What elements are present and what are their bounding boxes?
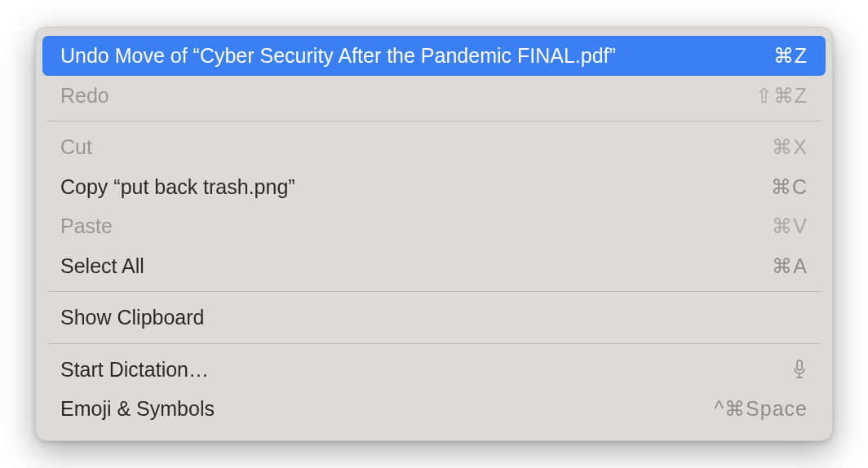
menu-item-shortcut: ⇧⌘Z (755, 82, 808, 109)
menu-item-shortcut: ⌘Z (773, 42, 808, 69)
svg-rect-0 (797, 360, 802, 370)
menu-separator (47, 343, 821, 344)
menu-item-shortcut: ⌘A (772, 253, 808, 280)
menu-item-start-dictation[interactable]: Start Dictation… (42, 350, 826, 390)
menu-item-shortcut: ⌘C (771, 174, 808, 201)
menu-item-cut[interactable]: Cut ⌘X (42, 127, 826, 167)
menu-item-shortcut: ⌘X (772, 134, 808, 161)
menu-item-emoji-symbols[interactable]: Emoji & Symbols ^⌘Space (42, 389, 826, 429)
edit-menu: Undo Move of “Cyber Security After the P… (35, 27, 833, 441)
menu-separator (47, 291, 821, 292)
menu-item-shortcut: ^⌘Space (714, 395, 808, 422)
menu-item-select-all[interactable]: Select All ⌘A (42, 246, 826, 286)
menu-item-paste[interactable]: Paste ⌘V (42, 206, 826, 246)
menu-item-label: Redo (60, 82, 109, 109)
menu-item-shortcut: ⌘V (772, 213, 808, 240)
menu-item-undo[interactable]: Undo Move of “Cyber Security After the P… (42, 36, 826, 76)
menu-item-label: Emoji & Symbols (60, 395, 215, 422)
menu-item-show-clipboard[interactable]: Show Clipboard (42, 298, 826, 338)
menu-item-label: Undo Move of “Cyber Security After the P… (60, 42, 616, 69)
menu-separator (47, 121, 821, 121)
menu-item-label: Paste (60, 213, 113, 240)
menu-item-label: Select All (60, 253, 144, 280)
microphone-icon (791, 359, 808, 380)
menu-item-label: Copy “put back trash.png” (60, 174, 295, 201)
menu-item-label: Show Clipboard (60, 304, 205, 331)
menu-item-copy[interactable]: Copy “put back trash.png” ⌘C (42, 167, 826, 207)
menu-item-label: Start Dictation… (60, 356, 209, 383)
menu-item-label: Cut (60, 134, 92, 161)
menu-item-redo[interactable]: Redo ⇧⌘Z (42, 76, 826, 116)
